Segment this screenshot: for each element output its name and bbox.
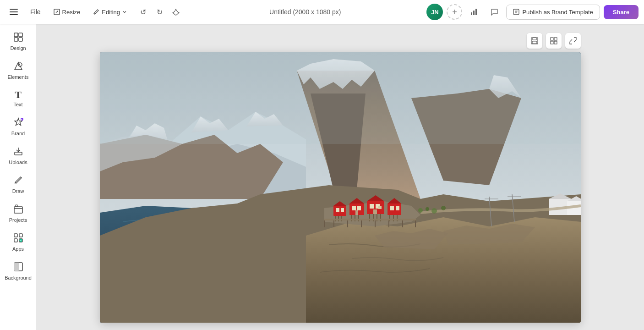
document-title[interactable]: Untitled (2000 x 1080 px) — [264, 6, 346, 18]
sidebar-label-background: Background — [5, 275, 32, 280]
svg-rect-77 — [390, 206, 394, 210]
svg-rect-50 — [333, 206, 346, 216]
svg-rect-67 — [370, 204, 374, 209]
hamburger-icon — [10, 9, 18, 15]
sidebar: Design Elements T Text ✦ Brand Uploads D — [0, 24, 37, 330]
menu-button[interactable] — [5, 4, 22, 20]
sidebar-label-design: Design — [10, 45, 26, 51]
svg-rect-84 — [333, 220, 334, 227]
chevron-down-icon — [122, 10, 127, 14]
topbar-right: JN + Publish as Brand Template Share — [426, 4, 639, 20]
avatar[interactable]: JN — [426, 4, 443, 20]
grid-icon — [550, 37, 557, 44]
stats-icon — [470, 8, 478, 16]
magic-icon — [172, 8, 180, 16]
sidebar-label-brand: Brand — [11, 131, 25, 136]
sidebar-item-elements[interactable]: Elements — [2, 56, 35, 84]
grid-view-button[interactable] — [546, 33, 562, 49]
svg-rect-27 — [554, 38, 557, 40]
svg-rect-13 — [15, 152, 22, 155]
sidebar-item-text[interactable]: T Text — [2, 85, 35, 112]
canvas-wrapper — [100, 33, 581, 323]
canvas[interactable] — [100, 52, 581, 323]
sidebar-item-projects[interactable]: Projects — [2, 199, 35, 227]
svg-point-98 — [441, 206, 446, 210]
canvas-tools — [100, 33, 581, 49]
redo-button[interactable]: ↻ — [152, 4, 167, 20]
sidebar-label-draw: Draw — [12, 188, 24, 194]
file-button[interactable]: File — [26, 6, 45, 18]
svg-rect-69 — [373, 209, 377, 214]
svg-rect-17 — [19, 234, 22, 237]
sidebar-item-apps[interactable]: Apps — [2, 228, 35, 256]
svg-rect-5 — [14, 33, 18, 37]
svg-rect-52 — [336, 208, 339, 212]
svg-rect-82 — [324, 219, 416, 220]
sidebar-label-apps: Apps — [12, 246, 24, 252]
svg-point-95 — [418, 208, 423, 213]
svg-rect-29 — [554, 41, 557, 44]
svg-rect-59 — [352, 206, 356, 210]
svg-text:✦: ✦ — [21, 118, 22, 121]
expand-button[interactable] — [565, 33, 581, 49]
brand-template-icon — [513, 9, 519, 15]
svg-rect-2 — [473, 11, 475, 15]
sidebar-item-background[interactable]: Background — [2, 257, 35, 285]
sidebar-item-uploads[interactable]: Uploads — [2, 142, 35, 170]
svg-rect-14 — [14, 207, 22, 213]
svg-rect-25 — [532, 41, 537, 44]
design-icon — [13, 32, 23, 44]
sidebar-item-design[interactable]: Design — [2, 28, 35, 55]
brand-icon: ✦ — [13, 117, 23, 129]
topbar-center: Untitled (2000 x 1080 px) — [264, 6, 346, 18]
resize-button[interactable]: Resize — [49, 6, 85, 18]
resize-label: Resize — [62, 9, 81, 16]
landscape-image — [100, 52, 581, 323]
svg-rect-60 — [357, 206, 361, 210]
svg-rect-88 — [388, 220, 389, 227]
publish-button[interactable]: Publish as Brand Template — [506, 5, 600, 20]
svg-rect-78 — [396, 206, 399, 210]
comments-button[interactable] — [486, 4, 502, 20]
svg-rect-6 — [19, 33, 22, 37]
projects-icon — [13, 204, 23, 215]
pencil-icon — [93, 9, 99, 15]
undo-redo-group: ↺ ↻ — [135, 4, 184, 20]
editing-button[interactable]: Editing — [88, 6, 131, 18]
canvas-area — [37, 24, 644, 330]
resize-icon — [54, 9, 60, 15]
svg-rect-1 — [471, 12, 472, 15]
sidebar-item-draw[interactable]: Draw — [2, 170, 35, 198]
save-icon — [531, 37, 538, 44]
save-to-drive-button[interactable] — [527, 33, 542, 49]
editing-label: Editing — [102, 9, 120, 16]
apps-icon — [13, 233, 23, 244]
svg-rect-3 — [475, 9, 477, 15]
undo-button[interactable]: ↺ — [135, 4, 151, 20]
background-icon — [13, 262, 23, 273]
elements-icon — [13, 61, 23, 72]
draw-icon — [13, 175, 23, 187]
svg-rect-83 — [324, 220, 325, 227]
svg-rect-26 — [551, 38, 553, 40]
svg-rect-8 — [19, 38, 22, 41]
sidebar-label-elements: Elements — [8, 74, 29, 80]
expand-icon — [569, 37, 577, 44]
svg-rect-86 — [361, 220, 362, 227]
svg-rect-16 — [14, 234, 17, 237]
svg-rect-61 — [355, 210, 358, 215]
add-collaborator-button[interactable]: + — [447, 4, 462, 20]
svg-rect-70 — [378, 206, 382, 209]
svg-rect-87 — [375, 220, 376, 227]
svg-rect-53 — [341, 208, 344, 212]
magic-button[interactable] — [168, 4, 184, 20]
sidebar-item-brand[interactable]: ✦ Brand — [2, 113, 35, 141]
svg-rect-18 — [14, 239, 17, 242]
topbar: File Resize Editing ↺ ↻ — [0, 0, 644, 24]
svg-rect-85 — [347, 220, 348, 227]
share-button[interactable]: Share — [604, 5, 639, 19]
sidebar-label-projects: Projects — [9, 217, 27, 223]
publish-label: Publish as Brand Template — [522, 9, 593, 16]
svg-rect-103 — [100, 52, 581, 144]
stats-button[interactable] — [466, 4, 482, 20]
